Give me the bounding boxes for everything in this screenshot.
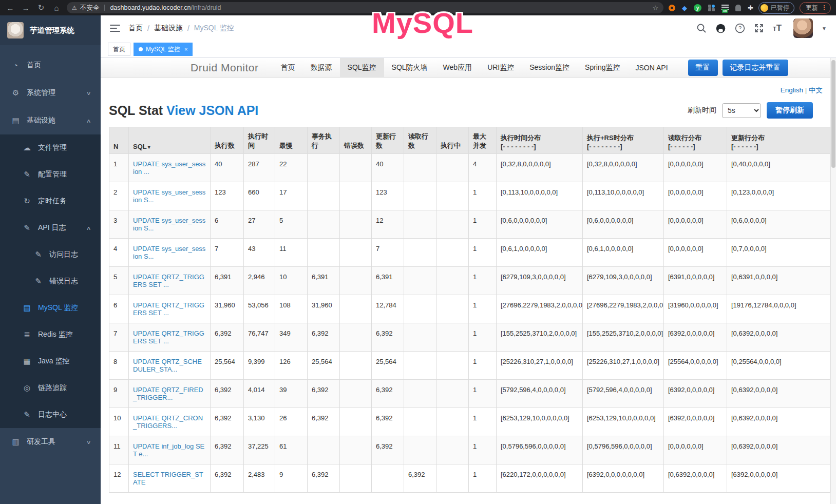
sidebar-item-2[interactable]: ▤基础设施∧	[0, 107, 101, 134]
paused-extension-pill[interactable]: 已暂停	[758, 2, 794, 14]
navbar-actions: ? TT ▼	[696, 18, 827, 38]
cell: [0,0,0,0,0,0]	[664, 436, 727, 464]
col-header-13: 读取行分布[- - - - - -]	[664, 127, 727, 154]
log-and-reset-button[interactable]: 记录日志并重置	[723, 60, 788, 76]
avatar-caret-icon[interactable]: ▼	[822, 26, 827, 31]
sidebar-item-4[interactable]: ✎配置管理	[0, 161, 101, 188]
reset-button[interactable]: 重置	[688, 60, 718, 76]
druid-nav-item-6[interactable]: Session监控	[522, 58, 577, 77]
sidebar-item-5[interactable]: ↻定时任务	[0, 188, 101, 215]
lang-english-link[interactable]: English	[781, 86, 803, 94]
druid-brand[interactable]: Druid Monitor	[191, 62, 259, 74]
extension-y-icon[interactable]: y	[694, 4, 701, 12]
sql-link[interactable]: UPDATE QRTZ_TRIGGERS SET ...	[133, 301, 204, 317]
sql-link[interactable]: UPDATE QRTZ_FIRED_TRIGGER...	[133, 386, 203, 401]
sidebar-item-label: Redis 监控	[38, 330, 73, 339]
table-row-2: 2UPDATE sys_user_session S...12366017123…	[109, 182, 830, 210]
sidebar-item-7[interactable]: ✎访问日志	[0, 241, 101, 268]
sidebar-item-label: API 日志	[38, 223, 66, 232]
cell	[436, 267, 469, 295]
sidebar-item-1[interactable]: ⚙系统管理∨	[0, 79, 101, 107]
cell: [6391,0,0,0,0,0]	[664, 267, 727, 295]
druid-nav-item-5[interactable]: URI监控	[480, 58, 522, 77]
druid-nav-item-4[interactable]: Web应用	[435, 58, 480, 77]
back-icon[interactable]: ←	[5, 4, 15, 12]
cell	[340, 182, 372, 210]
cell: 108	[275, 295, 308, 323]
github-icon[interactable]	[715, 23, 726, 34]
sql-link[interactable]: UPDATE QRTZ_SCHEDULER_STA...	[133, 358, 202, 373]
hamburger-icon[interactable]	[110, 23, 120, 34]
sql-link[interactable]: UPDATE inf_job_log SET e...	[133, 442, 204, 458]
tag-close-icon[interactable]: ×	[184, 46, 187, 52]
sidebar-item-10[interactable]: ≣Redis 监控	[0, 321, 101, 348]
scrollbar-thumb[interactable]	[831, 60, 835, 168]
breadcrumb-item-0[interactable]: 首页	[128, 24, 143, 33]
sql-link[interactable]: UPDATE QRTZ_TRIGGERS SET ...	[133, 329, 204, 345]
search-icon[interactable]	[696, 23, 707, 33]
breadcrumb-item-1[interactable]: 基础设施	[154, 24, 183, 33]
font-size-icon[interactable]: TT	[773, 23, 782, 33]
sidebar-item-14[interactable]: ▥研发工具∨	[0, 428, 101, 456]
home-icon[interactable]: ⌂	[51, 4, 62, 12]
cell: 1	[469, 408, 497, 436]
tag-mysql-monitor[interactable]: MySQL 监控 ×	[134, 43, 193, 56]
sql-link[interactable]: UPDATE sys_user_session S...	[133, 217, 205, 232]
sql-link[interactable]: UPDATE sys_user_session S...	[133, 245, 205, 260]
sidebar-item-8[interactable]: ✎错误日志	[0, 268, 101, 295]
col-header-1[interactable]: SQL▼	[129, 127, 211, 154]
sql-link[interactable]: UPDATE QRTZ_TRIGGERS SET ...	[133, 273, 204, 288]
help-icon[interactable]: ?	[735, 23, 745, 33]
table-row-4: 4UPDATE sys_user_session S...7431171[0,6…	[109, 239, 830, 267]
table-row-10: 10UPDATE QRTZ_CRON_TRIGGERS...6,3923,130…	[109, 408, 830, 436]
tag-home[interactable]: 首页	[108, 43, 130, 56]
extensions-puzzle-icon[interactable]: ✚	[748, 4, 753, 12]
cell: 6,392	[308, 380, 340, 408]
lang-chinese-link[interactable]: 中文	[809, 86, 823, 94]
sidebar-item-9[interactable]: ▤MySQL 监控	[0, 295, 101, 321]
sql-link[interactable]: UPDATE QRTZ_CRON_TRIGGERS...	[133, 414, 203, 430]
view-json-api-link[interactable]: View JSON API	[166, 103, 258, 118]
druid-nav-item-1[interactable]: 数据源	[303, 58, 340, 77]
cell: [19176,12784,0,0,0,0]	[727, 295, 830, 323]
druid-nav-item-3[interactable]: SQL防火墙	[384, 58, 435, 77]
fullscreen-icon[interactable]	[754, 23, 764, 33]
browser-menu-icon[interactable]: ⋮	[821, 4, 827, 11]
sql-link[interactable]: SELECT TRIGGER_STATE	[133, 471, 203, 486]
sidebar-item-11[interactable]: ▦Java 监控	[0, 348, 101, 375]
sql-link[interactable]: UPDATE sys_user_session ...	[133, 160, 205, 176]
not-secure-label: 不安全	[80, 4, 100, 12]
sql-link[interactable]: UPDATE sys_user_session S...	[133, 188, 205, 204]
page-scrollbar[interactable]	[830, 58, 836, 504]
druid-nav-item-8[interactable]: JSON API	[628, 58, 676, 77]
sidebar-item-13[interactable]: ✎日志中心	[0, 401, 101, 428]
bookmark-star-icon[interactable]: ☆	[652, 4, 658, 12]
browser-update-button[interactable]: 更新 ⋮	[800, 2, 831, 14]
sidebar-item-3[interactable]: ☁文件管理	[0, 134, 101, 161]
reload-icon[interactable]: ↻	[36, 3, 46, 12]
druid-nav-item-0[interactable]: 首页	[273, 58, 303, 77]
pause-refresh-button[interactable]: 暂停刷新	[767, 102, 813, 119]
table-row-1: 1UPDATE sys_user_session ...4028722404[0…	[109, 154, 830, 182]
cell: 9	[275, 464, 308, 493]
sidebar-item-12[interactable]: ◎链路追踪	[0, 375, 101, 401]
druid-nav-item-7[interactable]: Spring监控	[577, 58, 628, 77]
extension-gem-icon[interactable]: ◆	[682, 4, 687, 12]
cell: 9,399	[244, 352, 275, 380]
refresh-interval-select[interactable]: 5s	[722, 103, 761, 118]
extension-ring-icon[interactable]	[669, 5, 675, 11]
url-bar[interactable]: ⚠ 不安全 dashboard.yudao.iocoder.cn/infra/d…	[67, 2, 663, 13]
cell	[340, 323, 372, 352]
cell: 53,056	[244, 295, 275, 323]
cell: 6,391	[211, 267, 244, 295]
sidebar-item-6[interactable]: ✎API 日志∧	[0, 215, 101, 241]
extension-list-on-icon[interactable]: on	[721, 5, 729, 11]
extension-figure-icon[interactable]	[735, 5, 741, 11]
extension-grid-icon[interactable]	[708, 5, 715, 11]
user-avatar[interactable]	[793, 18, 813, 38]
druid-nav-item-2[interactable]: SQL监控	[340, 58, 384, 77]
app-logo[interactable]: 芋道管理系统	[0, 15, 101, 45]
cell: [6392,0,0,0,0,0,0,0]	[583, 464, 664, 493]
sidebar-item-0[interactable]: ◔首页	[0, 51, 101, 79]
forward-icon[interactable]: →	[21, 4, 31, 12]
